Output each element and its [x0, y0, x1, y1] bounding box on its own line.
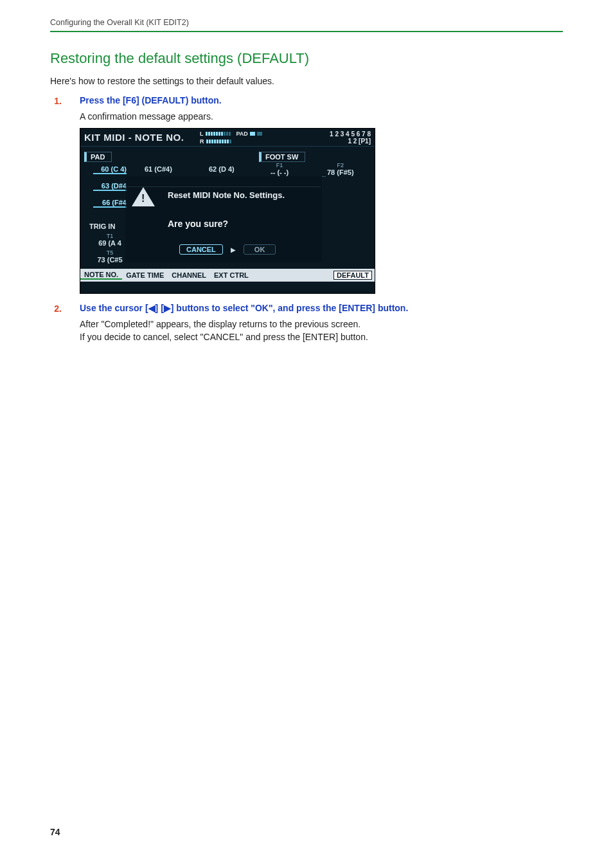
ok-button[interactable]: OK [244, 244, 276, 255]
arrow-right-icon: ▶ [231, 246, 236, 253]
tab-footsw[interactable]: FOOT SW [259, 152, 305, 162]
cell-f2[interactable]: F278 (F#5) [327, 162, 354, 176]
step-instruction: Press the [F6] (DEFAULT) button. [80, 95, 222, 105]
cell-60[interactable]: 60 (C 4) [93, 166, 127, 174]
meter-l-bar [206, 132, 231, 136]
device-screenshot: KIT MIDI - NOTE NO. L PAD R 1 2 3 4 5 6 … [80, 128, 563, 294]
footer-tab-channel[interactable]: CHANNEL [168, 271, 210, 279]
cell-t1[interactable]: T169 (A 4 [93, 233, 127, 247]
footer-tab-gatetime[interactable]: GATE TIME [122, 271, 168, 279]
warning-icon [132, 187, 155, 208]
footer-default-button[interactable]: DEFAULT [333, 271, 372, 280]
meter-r-bar [206, 140, 231, 143]
level-meters: L PAD R [200, 131, 324, 145]
trig-in-label: TRIG IN [89, 222, 115, 230]
page-number: 74 [50, 827, 60, 837]
step-number: 2. [50, 303, 62, 314]
cell-f1[interactable]: F1-- (- -) [271, 162, 289, 176]
header-rule [50, 31, 563, 32]
footer-tab-noteno[interactable]: NOTE NO. [80, 271, 122, 280]
tab-pad[interactable]: PAD [84, 152, 112, 162]
device-screen: KIT MIDI - NOTE NO. L PAD R 1 2 3 4 5 6 … [80, 128, 375, 294]
cancel-button[interactable]: CANCEL [179, 244, 223, 255]
pad-label: PAD [236, 131, 248, 137]
pad-led-icon [250, 132, 255, 136]
step-2-body-1: After "Completed!" appears, the display … [80, 319, 563, 329]
dialog-question: Are you sure? [168, 219, 228, 229]
step-instruction: Use the cursor [◀] [▶] buttons to select… [80, 303, 408, 313]
step-2-body-2: If you decide to cancel, select "CANCEL"… [80, 332, 563, 342]
running-head: Configuring the Overall Kit (KIT EDIT2) [50, 18, 563, 31]
cell-63[interactable]: 63 (D#4 [93, 183, 127, 191]
divider [322, 176, 326, 177]
screen-body: PAD FOOT SW 60 (C 4) 61 (C#4) 62 (D 4) F… [80, 147, 375, 282]
cell-61[interactable]: 61 (C#4) [145, 166, 172, 173]
dialog-message: Reset MIDI Note No. Settings. [168, 190, 285, 200]
screen-header: KIT MIDI - NOTE NO. L PAD R 1 2 3 4 5 6 … [80, 129, 375, 147]
pad-led-icon [257, 132, 262, 136]
step-2: 2. Use the cursor [◀] [▶] buttons to sel… [50, 303, 563, 314]
footer-tab-extctrl[interactable]: EXT CTRL [210, 271, 253, 279]
meter-r-label: R [200, 138, 204, 145]
intro-text: Here's how to restore the settings to th… [50, 76, 563, 86]
step-1: 1. Press the [F6] (DEFAULT) button. [50, 95, 563, 106]
screen-title: KIT MIDI - NOTE NO. [84, 132, 200, 143]
cell-t5[interactable]: T573 (C#5 [93, 249, 127, 264]
meter-l-label: L [200, 131, 204, 137]
cell-62[interactable]: 62 (D 4) [209, 166, 235, 173]
slot-indicator: 1 2 3 4 5 6 7 8 1 2 [P1] [324, 131, 371, 145]
confirm-dialog: Reset MIDI Note No. Settings. Are you su… [132, 185, 322, 262]
cell-66[interactable]: 66 (F#4 [93, 199, 127, 208]
step-number: 1. [50, 95, 62, 106]
screen-footer: NOTE NO. GATE TIME CHANNEL EXT CTRL DEFA… [80, 269, 375, 282]
step-1-body: A confirmation message appears. [80, 111, 563, 122]
section-title: Restoring the default settings (DEFAULT) [50, 50, 563, 67]
